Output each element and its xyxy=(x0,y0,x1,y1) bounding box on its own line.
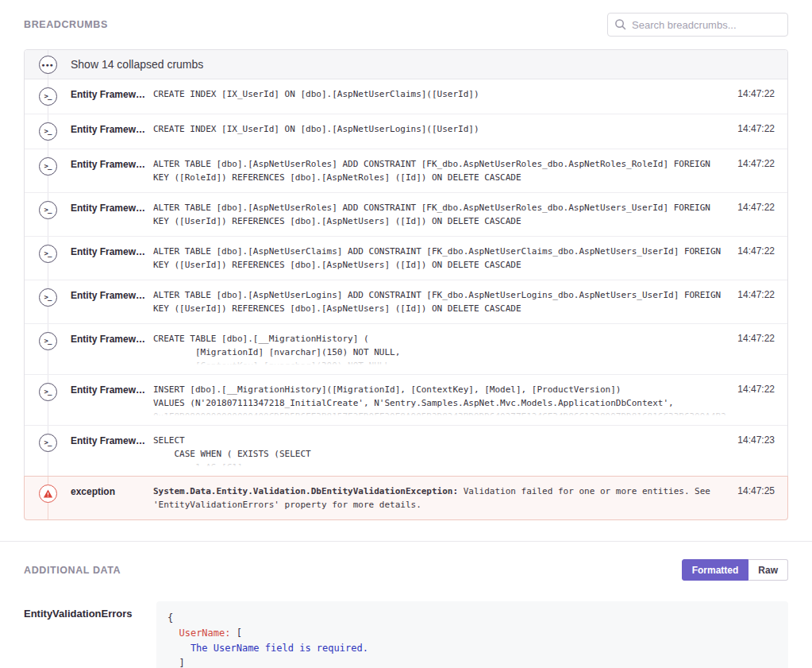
breadcrumb-category: Entity Framew… xyxy=(71,383,153,417)
breadcrumb-row: >_ Entity Framew… ALTER TABLE [dbo].[Asp… xyxy=(25,192,787,236)
crumb-icon-circle: >_ xyxy=(39,245,57,263)
breadcrumb-timestamp: 14:47:22 xyxy=(729,383,787,417)
breadcrumb-timestamp: 14:47:22 xyxy=(729,122,787,141)
code-line: ] xyxy=(167,656,777,668)
additional-data-entry: EntityValidationErrors { UserName: [ The… xyxy=(24,601,788,668)
breadcrumb-category: Entity Framew… xyxy=(71,245,153,272)
additional-data-section: ADDITIONAL DATA Formatted Raw EntityVali… xyxy=(0,542,812,668)
breadcrumbs-section: BREADCRUMBS ●●● Show 14 collapsed crumbs… xyxy=(0,0,812,520)
breadcrumb-row: >_ Entity Framew… CREATE INDEX [IX_UserI… xyxy=(25,79,787,114)
breadcrumb-row: >_ Entity Framew… ALTER TABLE [dbo].[Asp… xyxy=(25,236,787,280)
breadcrumb-message: ALTER TABLE [dbo].[AspNetUserClaims] ADD… xyxy=(153,245,729,272)
breadcrumb-category: Entity Framew… xyxy=(71,122,153,141)
raw-button[interactable]: Raw xyxy=(749,559,788,581)
breadcrumb-message: CREATE INDEX [IX_UserId] ON [dbo].[AspNe… xyxy=(153,122,729,136)
breadcrumb-row: >_ Entity Framew… CREATE TABLE [dbo].[__… xyxy=(25,323,787,374)
breadcrumb-message: System.Data.Entity.Validation.DbEntityVa… xyxy=(153,485,729,512)
terminal-icon: >_ xyxy=(44,207,52,214)
breadcrumb-category: Entity Framew… xyxy=(71,201,153,228)
crumb-icon-circle: >_ xyxy=(39,288,57,307)
show-collapsed-crumbs-button[interactable]: ●●● Show 14 collapsed crumbs xyxy=(25,50,787,79)
terminal-icon: >_ xyxy=(44,250,52,257)
crumb-icon-circle: >_ xyxy=(39,201,57,219)
breadcrumb-message: ALTER TABLE [dbo].[AspNetUserRoles] ADD … xyxy=(153,157,729,184)
crumb-icon-circle: >_ xyxy=(39,122,57,141)
breadcrumb-row: >_ Entity Framew… ALTER TABLE [dbo].[Asp… xyxy=(25,280,787,323)
collapsed-icon-col: ●●● xyxy=(25,56,71,74)
terminal-icon: >_ xyxy=(44,294,52,301)
breadcrumb-message: CREATE TABLE [dbo].[__MigrationHistory] … xyxy=(153,332,729,366)
terminal-icon: >_ xyxy=(44,93,52,100)
code-line: The UserName field is required. xyxy=(167,641,777,656)
crumb-icon-circle: >_ xyxy=(39,87,57,106)
crumb-icon-circle: >_ xyxy=(39,485,57,503)
breadcrumb-row: >_ Entity Framew… SELECT CASE WHEN ( EXI… xyxy=(25,425,787,476)
terminal-icon: >_ xyxy=(44,388,52,396)
breadcrumb-timestamp: 14:47:22 xyxy=(729,201,787,228)
code-line: { xyxy=(167,611,777,626)
breadcrumbs-panel: ●●● Show 14 collapsed crumbs >_ Entity F… xyxy=(24,49,788,520)
terminal-icon: >_ xyxy=(44,439,52,446)
breadcrumb-category: Entity Framew… xyxy=(71,332,153,366)
breadcrumb-timestamp: 14:47:22 xyxy=(729,288,787,315)
breadcrumb-list: >_ Entity Framew… CREATE INDEX [IX_UserI… xyxy=(25,79,787,520)
breadcrumb-category: Entity Framew… xyxy=(71,87,153,106)
breadcrumbs-title: BREADCRUMBS xyxy=(24,19,108,30)
terminal-icon: >_ xyxy=(44,338,52,345)
crumb-icon-circle: >_ xyxy=(39,434,57,452)
ellipsis-icon: ●●● xyxy=(39,56,57,74)
breadcrumb-timestamp: 14:47:22 xyxy=(729,245,787,272)
breadcrumb-row: >_ Entity Framew… ALTER TABLE [dbo].[Asp… xyxy=(25,149,787,192)
formatted-button[interactable]: Formatted xyxy=(682,559,749,581)
breadcrumb-timestamp: 14:47:22 xyxy=(729,332,787,366)
view-toggle: Formatted Raw xyxy=(682,559,788,581)
code-line: UserName: [ xyxy=(167,626,777,641)
crumb-icon-circle: >_ xyxy=(39,383,57,401)
search-icon xyxy=(614,18,626,30)
breadcrumbs-search xyxy=(607,13,788,37)
breadcrumb-category: Entity Framew… xyxy=(71,288,153,315)
breadcrumb-row: >_ Entity Framew… INSERT [dbo].[__Migrat… xyxy=(25,374,787,425)
breadcrumb-category: Entity Framew… xyxy=(71,157,153,184)
breadcrumb-message: INSERT [dbo].[__MigrationHistory]([Migra… xyxy=(153,383,729,417)
breadcrumb-row: >_ Entity Framew… CREATE INDEX [IX_UserI… xyxy=(25,114,787,149)
additional-data-entries: EntityValidationErrors { UserName: [ The… xyxy=(24,601,788,668)
crumb-icon-circle: >_ xyxy=(39,332,57,350)
additional-data-title: ADDITIONAL DATA xyxy=(24,565,121,576)
entry-code-block: { UserName: [ The UserName field is requ… xyxy=(156,601,788,668)
warning-icon xyxy=(43,488,53,499)
breadcrumb-timestamp: 14:47:22 xyxy=(729,87,787,106)
terminal-icon: >_ xyxy=(44,163,52,170)
terminal-icon: >_ xyxy=(44,128,52,135)
additional-data-header: ADDITIONAL DATA Formatted Raw xyxy=(24,542,788,581)
breadcrumbs-header: BREADCRUMBS xyxy=(24,0,788,37)
breadcrumb-timestamp: 14:47:23 xyxy=(729,434,787,468)
breadcrumb-category: Entity Framew… xyxy=(71,434,153,468)
crumb-icon-circle: >_ xyxy=(39,157,57,176)
breadcrumb-message: CREATE INDEX [IX_UserId] ON [dbo].[AspNe… xyxy=(153,87,729,101)
collapsed-crumbs-label: Show 14 collapsed crumbs xyxy=(71,58,203,71)
breadcrumb-timestamp: 14:47:22 xyxy=(729,157,787,184)
breadcrumb-category: exception xyxy=(71,485,153,512)
breadcrumb-message: ALTER TABLE [dbo].[AspNetUserRoles] ADD … xyxy=(153,201,729,228)
breadcrumb-message: ALTER TABLE [dbo].[AspNetUserLogins] ADD… xyxy=(153,288,729,315)
breadcrumb-row: >_ exception System.Data.Entity.Validati… xyxy=(24,476,788,520)
search-input[interactable] xyxy=(607,13,788,37)
entry-key: EntityValidationErrors xyxy=(24,601,156,668)
breadcrumb-timestamp: 14:47:25 xyxy=(729,485,787,512)
breadcrumb-message: SELECT CASE WHEN ( EXISTS (SELECT 1 AS [… xyxy=(153,434,729,468)
